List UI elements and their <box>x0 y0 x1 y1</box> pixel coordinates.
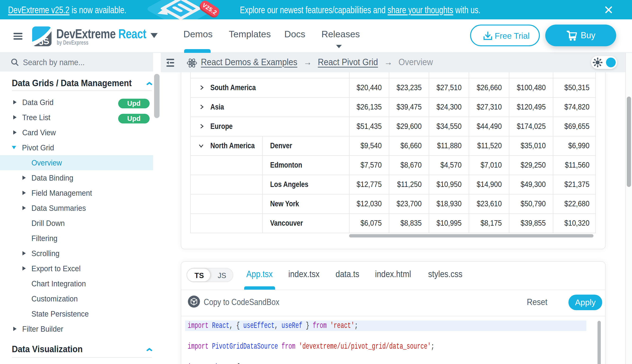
svg-text:JS: JS <box>38 36 50 46</box>
